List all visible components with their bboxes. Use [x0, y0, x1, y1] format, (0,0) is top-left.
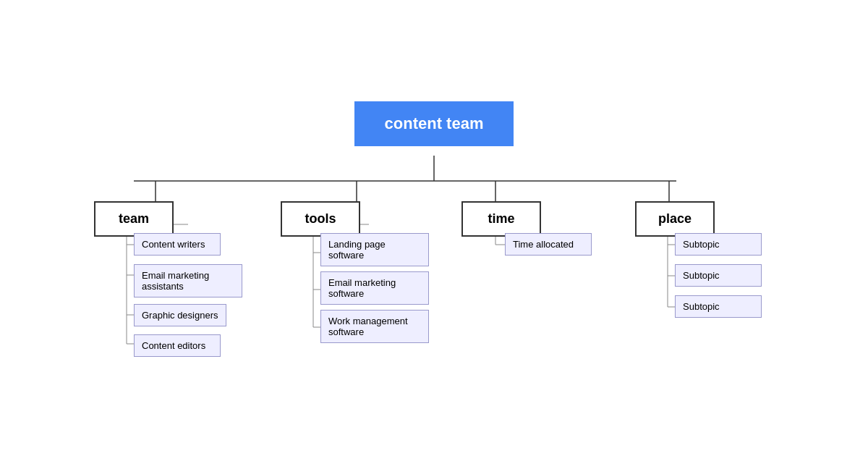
child-time-allocated: Time allocated	[505, 233, 592, 256]
time-label: time	[488, 211, 514, 226]
child-subtopic3: Subtopic	[675, 295, 762, 318]
subtopic2-label: Subtopic	[683, 270, 720, 281]
content-editors-label: Content editors	[142, 340, 205, 351]
child-email-assistants: Email marketing assistants	[134, 264, 242, 297]
child-email-software: Email marketing software	[320, 271, 429, 305]
child-subtopic2: Subtopic	[675, 264, 762, 287]
email-assistants-label: Email marketing assistants	[142, 270, 209, 292]
content-writers-label: Content writers	[142, 239, 205, 250]
time-allocated-label: Time allocated	[513, 239, 574, 250]
root-label: content team	[385, 114, 484, 132]
place-label: place	[658, 211, 692, 226]
child-content-editors: Content editors	[134, 334, 221, 357]
subtopic1-label: Subtopic	[683, 239, 720, 250]
work-mgmt-label: Work management software	[328, 316, 408, 337]
category-team: team	[94, 201, 174, 237]
email-software-label: Email marketing software	[328, 277, 396, 299]
subtopic3-label: Subtopic	[683, 301, 720, 312]
root-node: content team	[354, 101, 514, 146]
mind-map-diagram: content team team tools time place Conte…	[0, 0, 868, 456]
category-tools: tools	[281, 201, 360, 237]
tools-label: tools	[305, 211, 336, 226]
category-time: time	[461, 201, 541, 237]
child-graphic-designers: Graphic designers	[134, 304, 226, 326]
child-landing-page: Landing page software	[320, 233, 429, 266]
child-content-writers: Content writers	[134, 233, 221, 256]
landing-page-label: Landing page software	[328, 239, 386, 261]
child-work-mgmt: Work management software	[320, 310, 429, 343]
team-label: team	[119, 211, 149, 226]
child-subtopic1: Subtopic	[675, 233, 762, 256]
category-place: place	[635, 201, 715, 237]
graphic-designers-label: Graphic designers	[142, 310, 218, 321]
